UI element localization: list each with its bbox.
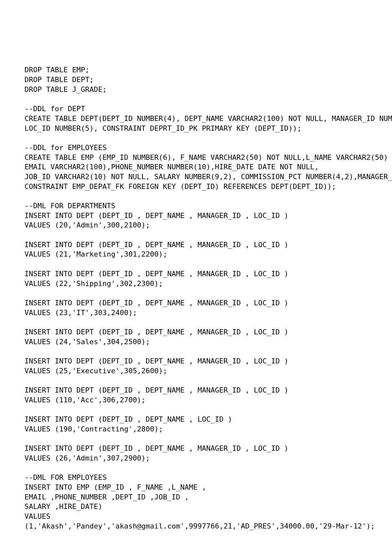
sql-code-block: DROP TABLE EMP; DROP TABLE DEPT; DROP TA… <box>24 65 368 531</box>
sql-document: DROP TABLE EMP; DROP TABLE DEPT; DROP TA… <box>0 0 392 541</box>
